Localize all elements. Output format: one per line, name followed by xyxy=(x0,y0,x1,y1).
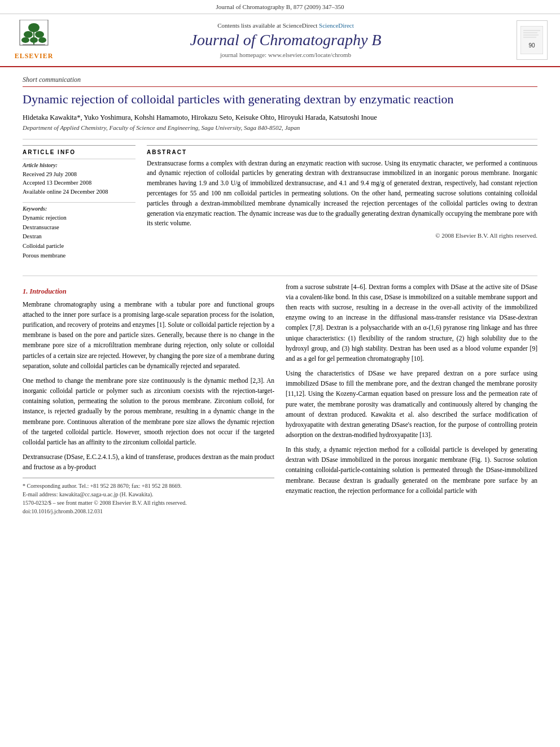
keywords-label: Keywords: xyxy=(23,206,135,212)
journal-name: Journal of Chromatography B xyxy=(62,31,509,49)
impact-factor-badge: 90 xyxy=(517,20,548,60)
intro-para2: One method to change the membrane pore s… xyxy=(23,375,274,447)
page: Journal of Chromatography B, 877 (2009) … xyxy=(0,0,560,524)
available-date: Available online 24 December 2008 xyxy=(23,187,135,196)
elsevier-logo: ELSEVIER xyxy=(11,20,56,60)
accepted-date: Accepted 13 December 2008 xyxy=(23,178,135,187)
body-divider xyxy=(23,276,537,276)
history-label: Article history: xyxy=(23,162,135,168)
keyword-5: Porous membrane xyxy=(23,251,135,261)
article-type: Short communication xyxy=(23,76,537,87)
right-para2: Using the characteristics of DSase we ha… xyxy=(286,368,537,440)
left-column: 1. Introduction Membrane chromatography … xyxy=(23,282,274,516)
footnote-issn: 1570-0232/$ – see front matter © 2008 El… xyxy=(23,499,274,507)
keyword-1: Dynamic rejection xyxy=(23,213,135,223)
content-area: Short communication Dynamic rejection of… xyxy=(0,67,560,524)
journal-header: ELSEVIER Contents lists available at Sci… xyxy=(0,14,560,67)
svg-point-7 xyxy=(30,37,38,43)
sciencedirect-link: Contents lists available at ScienceDirec… xyxy=(62,22,509,29)
intro-para3: Dextransucrase (DSase, E.C.2.4.1.5), a k… xyxy=(23,452,274,472)
intro-para1: Membrane chromatography using a membrane… xyxy=(23,299,274,371)
journal-badge: 90 xyxy=(515,20,549,60)
right-para3: In this study, a dynamic rejection metho… xyxy=(286,444,537,496)
body-two-columns: 1. Introduction Membrane chromatography … xyxy=(23,282,537,516)
keywords-list: Dynamic rejection Dextransucrase Dextran… xyxy=(23,213,135,261)
elsevier-tree-icon xyxy=(17,20,51,51)
sciencedirect-url[interactable]: ScienceDirect xyxy=(319,22,354,29)
keyword-2: Dextransucrase xyxy=(23,223,135,233)
journal-reference-bar: Journal of Chromatography B, 877 (2009) … xyxy=(0,0,560,14)
right-para1: from a sucrose substrate [4–6]. Dextran … xyxy=(286,282,537,364)
abstract-heading: ABSTRACT xyxy=(147,149,537,155)
article-title: Dynamic rejection of colloidal particles… xyxy=(23,91,537,108)
footnote-email: E-mail address: kawakita@cc.saga-u.ac.jp… xyxy=(23,490,274,499)
svg-point-5 xyxy=(21,37,29,43)
svg-point-6 xyxy=(38,37,46,43)
footnote-area: * Corresponding author. Tel.: +81 952 28… xyxy=(23,478,274,516)
affiliation: Department of Applied Chemistry, Faculty… xyxy=(23,124,537,131)
svg-point-3 xyxy=(24,31,33,38)
copyright-text: © 2008 Elsevier B.V. All rights reserved… xyxy=(147,232,537,239)
intro-heading: 1. Introduction xyxy=(23,287,274,296)
right-column: from a sucrose substrate [4–6]. Dextran … xyxy=(286,282,537,516)
section-divider xyxy=(23,139,537,139)
svg-point-4 xyxy=(35,31,44,38)
journal-title-block: Contents lists available at ScienceDirec… xyxy=(62,22,509,58)
received-date: Received 29 July 2008 xyxy=(23,170,135,179)
article-info-heading: ARTICLE INFO xyxy=(23,149,135,155)
footnote-doi: doi:10.1016/j.jchromb.2008.12.031 xyxy=(23,507,274,516)
svg-rect-9 xyxy=(520,26,543,54)
journal-homepage: journal homepage: www.elsevier.com/locat… xyxy=(62,51,509,58)
svg-text:90: 90 xyxy=(528,42,535,49)
authors: Hidetaka Kawakita*, Yuko Yoshimura, Kohs… xyxy=(23,113,537,122)
article-info-abstract: ARTICLE INFO Article history: Received 2… xyxy=(23,145,537,267)
abstract-text: Dextransucrase forms a complex with dext… xyxy=(147,159,537,229)
keyword-4: Colloidal particle xyxy=(23,242,135,251)
svg-point-2 xyxy=(28,23,40,32)
abstract-section: ABSTRACT Dextransucrase forms a complex … xyxy=(147,145,537,267)
elsevier-brand-label: ELSEVIER xyxy=(15,52,54,60)
footnote-corresponding: * Corresponding author. Tel.: +81 952 28… xyxy=(23,482,274,490)
history-section: Article history: Received 29 July 2008 A… xyxy=(23,159,135,196)
journal-reference: Journal of Chromatography B, 877 (2009) … xyxy=(216,3,344,10)
article-info: ARTICLE INFO Article history: Received 2… xyxy=(23,145,135,267)
keywords-section: Keywords: Dynamic rejection Dextransucra… xyxy=(23,202,135,261)
keyword-3: Dextran xyxy=(23,232,135,242)
